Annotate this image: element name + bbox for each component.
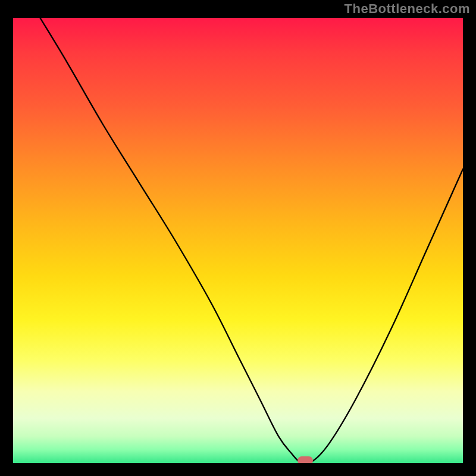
optimal-marker (298, 456, 313, 463)
watermark-text: TheBottleneck.com (345, 1, 470, 17)
chart-container: TheBottleneck.com (0, 0, 476, 476)
plot-area (13, 18, 463, 463)
bottleneck-curve (13, 18, 463, 463)
